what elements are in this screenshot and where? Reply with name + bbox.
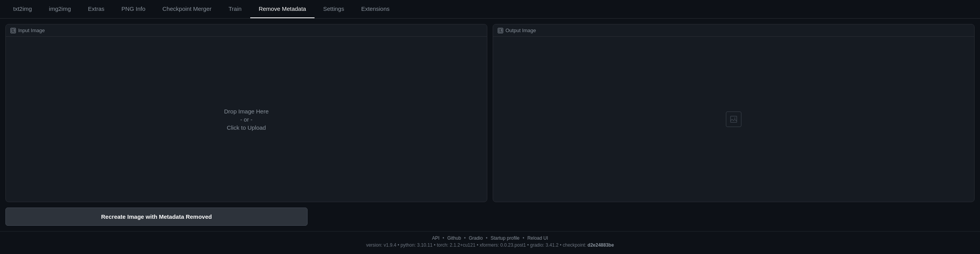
footer-api-link[interactable]: API [432, 235, 439, 241]
footer-version: version: v1.9.4 • python: 3.10.11 • torc… [4, 242, 976, 248]
drop-image-text: Drop Image Here [224, 108, 268, 115]
svg-rect-0 [12, 29, 15, 32]
tab-extensions[interactable]: Extensions [352, 0, 398, 18]
tab-txt2img[interactable]: txt2img [5, 0, 40, 18]
nav-bar: txt2img img2img Extras PNG Info Checkpoi… [0, 0, 980, 19]
footer-gradio-link[interactable]: Gradio [469, 235, 483, 241]
button-section: Recreate Image with Metadata Removed [0, 208, 980, 231]
recreate-button[interactable]: Recreate Image with Metadata Removed [5, 208, 308, 226]
output-panel-label: Output Image [493, 24, 974, 37]
footer-github-link[interactable]: Github [447, 235, 461, 241]
svg-point-3 [501, 29, 502, 30]
footer: API • Github • Gradio • Startup profile … [0, 231, 980, 252]
output-placeholder [493, 37, 974, 202]
footer-startup-link[interactable]: Startup profile [491, 235, 520, 241]
tab-checkpoint-merger[interactable]: Checkpoint Merger [154, 0, 220, 18]
svg-point-5 [734, 118, 736, 119]
input-panel: Input Image Drop Image Here - or - Click… [5, 24, 487, 202]
output-panel: Output Image [493, 24, 975, 202]
tab-extras[interactable]: Extras [79, 0, 113, 18]
input-image-icon [10, 28, 16, 33]
tab-img2img[interactable]: img2img [40, 0, 79, 18]
tab-remove-metadata[interactable]: Remove Metadata [250, 0, 315, 18]
click-to-upload-text: Click to Upload [227, 124, 266, 131]
svg-point-1 [14, 29, 14, 30]
footer-dot-4: • [523, 235, 524, 241]
input-panel-label: Input Image [6, 24, 487, 37]
footer-dot-3: • [486, 235, 487, 241]
footer-dot-2: • [464, 235, 466, 241]
input-drop-zone[interactable]: Drop Image Here - or - Click to Upload [6, 37, 487, 202]
footer-checkpoint: d2e24883be [588, 242, 614, 248]
svg-rect-4 [731, 116, 737, 122]
output-panel-title: Output Image [505, 27, 536, 33]
tab-train[interactable]: Train [220, 0, 250, 18]
input-panel-title: Input Image [18, 27, 45, 33]
footer-links: API • Github • Gradio • Startup profile … [4, 235, 976, 241]
footer-reload-link[interactable]: Reload UI [527, 235, 548, 241]
main-content: Input Image Drop Image Here - or - Click… [0, 19, 980, 208]
output-placeholder-icon [726, 112, 741, 127]
tab-png-info[interactable]: PNG Info [113, 0, 154, 18]
tab-settings[interactable]: Settings [315, 0, 352, 18]
svg-rect-2 [499, 29, 502, 32]
or-text: - or - [240, 116, 253, 123]
output-image-icon [498, 28, 503, 33]
footer-dot-1: • [443, 235, 444, 241]
footer-version-text: version: v1.9.4 • python: 3.10.11 • torc… [366, 242, 586, 248]
